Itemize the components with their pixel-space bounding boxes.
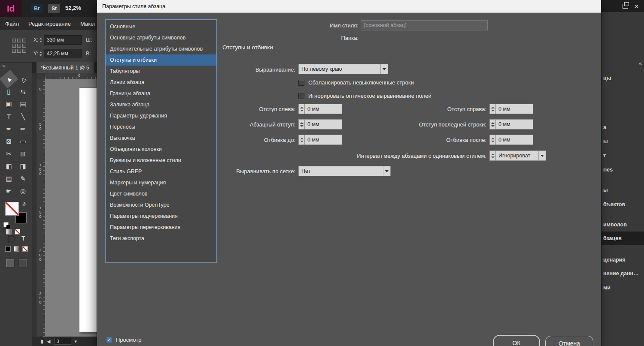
rectangle-tool[interactable]: ▭ bbox=[16, 135, 30, 147]
note-tool[interactable]: ▤ bbox=[2, 172, 16, 185]
panel-tab-label[interactable]: бзацев bbox=[603, 235, 622, 241]
space-between-same-style-stepper[interactable] bbox=[489, 150, 495, 161]
preview-view-button[interactable] bbox=[19, 259, 27, 267]
page-list-chevron-icon[interactable]: ▾ bbox=[75, 339, 77, 344]
normal-view-button[interactable] bbox=[6, 259, 14, 267]
last-line-indent-field[interactable]: 0 мм bbox=[495, 119, 533, 129]
style-category-item[interactable]: Табуляторы bbox=[106, 66, 216, 77]
dock-expand-icon[interactable]: « bbox=[639, 60, 642, 66]
document-tab[interactable]: *Безымянный-1 @ 5 bbox=[36, 62, 94, 73]
toolbar-collapse-icon[interactable]: « bbox=[2, 63, 5, 69]
formatting-affects-text-icon[interactable]: T bbox=[21, 235, 25, 242]
color-swatch-gradient[interactable] bbox=[14, 246, 19, 252]
menu-edit[interactable]: Редактирование bbox=[28, 21, 71, 27]
x-stepper[interactable] bbox=[39, 35, 43, 45]
close-window-icon[interactable]: × bbox=[634, 2, 639, 10]
panel-tab-label[interactable]: а bbox=[603, 124, 606, 130]
x-position-field[interactable]: 330 мм bbox=[44, 35, 82, 45]
apply-none-icon[interactable] bbox=[15, 229, 20, 235]
ruler-origin-corner[interactable] bbox=[36, 73, 45, 79]
style-category-item[interactable]: Стиль GREP bbox=[106, 166, 216, 177]
type-tool[interactable]: T bbox=[2, 110, 16, 123]
space-before-field[interactable]: 0 мм bbox=[304, 135, 342, 145]
fill-swatch[interactable] bbox=[5, 202, 19, 216]
reference-point-proxy-icon[interactable] bbox=[12, 39, 26, 53]
style-category-item[interactable]: Выключка bbox=[106, 132, 216, 144]
panel-tab-label[interactable]: бъектов bbox=[603, 202, 625, 208]
ignore-optical-margin-checkbox[interactable] bbox=[298, 93, 304, 99]
apply-gradient-icon[interactable] bbox=[6, 229, 12, 235]
style-category-item[interactable]: Границы абзаца bbox=[106, 88, 216, 99]
style-category-item[interactable]: Параметры перечеркивания bbox=[106, 222, 216, 233]
panel-tab-label[interactable]: имволов bbox=[603, 222, 627, 228]
zoom-tool[interactable]: ◎ bbox=[16, 185, 30, 197]
style-category-item[interactable]: Маркеры и нумерация bbox=[106, 177, 216, 188]
frame-tool[interactable]: ⊠ bbox=[2, 135, 16, 147]
panel-tab-label[interactable]: цы bbox=[603, 75, 611, 81]
style-category-item[interactable]: Буквицы и вложенные стили bbox=[106, 155, 216, 166]
style-category-item[interactable]: Объединить колонки bbox=[106, 144, 216, 155]
panel-tab-label[interactable]: т bbox=[603, 153, 606, 159]
style-category-item[interactable]: Отступы и отбивки bbox=[106, 54, 216, 66]
right-indent-stepper[interactable] bbox=[489, 104, 495, 114]
preview-checkbox[interactable]: ✓ bbox=[106, 337, 112, 343]
y-position-field[interactable]: 42,25 мм bbox=[44, 49, 82, 58]
menu-file[interactable]: Файл bbox=[5, 21, 19, 27]
first-page-icon[interactable]: ▮ bbox=[41, 339, 43, 344]
line-tool[interactable]: ╲ bbox=[16, 110, 30, 123]
style-category-item[interactable]: Основные атрибуты символов bbox=[106, 32, 216, 43]
left-indent-stepper[interactable] bbox=[298, 104, 304, 114]
space-after-stepper[interactable] bbox=[489, 135, 495, 145]
left-indent-field[interactable]: 0 мм bbox=[304, 104, 342, 114]
swap-fill-stroke-icon[interactable]: ⇄ bbox=[21, 201, 28, 208]
panel-tab-label[interactable]: ы bbox=[603, 138, 608, 144]
first-line-indent-field[interactable]: 0 мм bbox=[304, 119, 342, 129]
space-before-stepper[interactable] bbox=[298, 135, 304, 145]
default-fill-stroke-icon[interactable] bbox=[3, 222, 9, 227]
previous-page-icon[interactable]: ◀ bbox=[47, 339, 50, 344]
dialog-title-bar[interactable]: Параметры стиля абзаца bbox=[97, 0, 601, 13]
pen-tool[interactable]: ✒ bbox=[2, 123, 16, 135]
formatting-affects-container-icon[interactable] bbox=[8, 236, 14, 242]
pencil-tool[interactable]: ✏ bbox=[16, 123, 30, 135]
right-indent-field[interactable]: 0 мм bbox=[495, 104, 533, 114]
page-number-field[interactable]: 3 bbox=[54, 338, 71, 345]
y-stepper[interactable] bbox=[39, 49, 43, 58]
panel-tab-label[interactable]: ценария bbox=[603, 257, 626, 263]
scissors-tool[interactable]: ✂ bbox=[2, 147, 16, 160]
panel-tab-label[interactable]: ries bbox=[603, 167, 613, 173]
style-category-item[interactable]: Цвет символов bbox=[106, 188, 216, 199]
space-between-same-style-dropdown[interactable]: Игнорироват bbox=[495, 150, 546, 161]
bridge-button[interactable]: Br bbox=[31, 4, 43, 13]
first-line-indent-stepper[interactable] bbox=[298, 119, 304, 129]
last-line-indent-stepper[interactable] bbox=[489, 119, 495, 129]
style-category-item[interactable]: Параметры удержания bbox=[106, 110, 216, 121]
content-placer-tool[interactable]: ▤ bbox=[16, 98, 30, 110]
style-category-item[interactable]: Линии абзаца bbox=[106, 77, 216, 88]
panel-tab-label[interactable]: нение данн… bbox=[603, 271, 639, 277]
cancel-button[interactable]: Отмена bbox=[545, 336, 593, 346]
stock-button[interactable]: St bbox=[48, 4, 60, 13]
style-category-item[interactable]: Параметры подчеркивания bbox=[106, 211, 216, 222]
content-collector-tool[interactable]: ▣ bbox=[2, 98, 16, 110]
free-transform-tool[interactable]: ⊞ bbox=[16, 147, 30, 160]
restore-window-icon[interactable] bbox=[623, 4, 628, 9]
zoom-level-control[interactable]: 52,2% bbox=[65, 5, 81, 11]
eyedropper-tool[interactable]: ✎ bbox=[16, 172, 30, 185]
gradient-tool[interactable]: ◧ bbox=[2, 160, 16, 172]
gradient-feather-tool[interactable]: ◨ bbox=[16, 160, 30, 172]
align-to-grid-dropdown[interactable]: Нет bbox=[298, 166, 391, 176]
panel-tab-label[interactable]: ми bbox=[603, 285, 611, 291]
space-after-field[interactable]: 0 мм bbox=[495, 135, 533, 145]
panel-tab-label[interactable]: ы bbox=[603, 187, 608, 193]
ok-button[interactable]: ОК bbox=[493, 335, 540, 346]
style-category-item[interactable]: Переносы bbox=[106, 121, 216, 132]
style-category-item[interactable]: Дополнительные атрибуты символов bbox=[106, 43, 216, 54]
hand-tool[interactable]: ☛ bbox=[2, 185, 16, 197]
style-category-item[interactable]: Заливка абзаца bbox=[106, 99, 216, 110]
style-category-item[interactable]: Возможности OpenType bbox=[106, 199, 216, 211]
balance-lines-checkbox[interactable] bbox=[298, 80, 304, 86]
color-swatch-black[interactable] bbox=[5, 246, 11, 252]
style-category-item[interactable]: Основные bbox=[106, 21, 216, 32]
menu-layout[interactable]: Макет bbox=[80, 21, 96, 27]
